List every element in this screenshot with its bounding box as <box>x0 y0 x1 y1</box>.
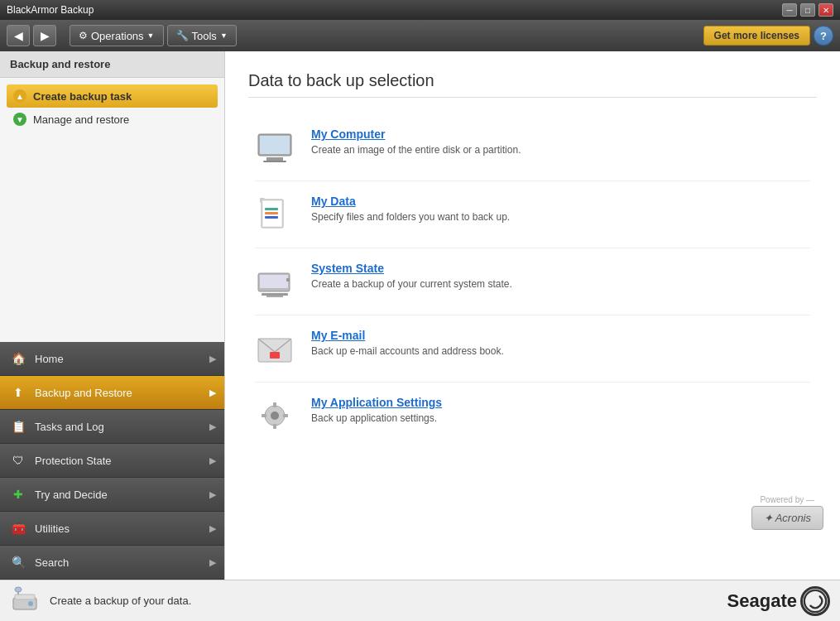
seagate-label: Seagate <box>727 590 797 612</box>
sidebar-item-tasks-log[interactable]: 📋 Tasks and Log ▶ <box>0 410 224 444</box>
operations-chevron-icon: ▼ <box>147 31 155 40</box>
sidebar-item-try-decide[interactable]: ✚ Try and Decide ▶ <box>0 478 224 512</box>
tools-icon: 🔧 <box>176 30 189 41</box>
tasks-log-label: Tasks and Log <box>35 421 104 433</box>
svg-rect-13 <box>262 293 288 296</box>
try-decide-label: Try and Decide <box>35 489 108 501</box>
manage-restore-label: Manage and restore <box>33 113 129 126</box>
my-data-option[interactable]: My Data Specify files and folders you wa… <box>248 181 817 248</box>
title-bar: BlackArmor Backup ─ □ ✕ <box>0 0 840 20</box>
tools-chevron-icon: ▼ <box>220 31 228 40</box>
my-email-text: My E-mail Back up e-mail accounts and ad… <box>311 329 504 357</box>
sidebar-section-title: Backup and restore <box>0 51 224 78</box>
my-data-desc: Specify files and folders you want to ba… <box>311 211 510 223</box>
back-button[interactable]: ◀ <box>7 25 30 46</box>
my-data-icon <box>255 195 295 234</box>
operations-icon: ⚙ <box>79 30 88 41</box>
backup-restore-icon: ⬆ <box>10 384 26 401</box>
utilities-icon: 🧰 <box>10 520 26 537</box>
home-label: Home <box>35 353 64 365</box>
operations-menu[interactable]: ⚙ Operations ▼ <box>70 25 164 46</box>
my-email-option[interactable]: My E-mail Back up e-mail accounts and ad… <box>248 315 817 382</box>
svg-rect-8 <box>265 216 278 219</box>
page-title: Data to back up selection <box>248 71 817 98</box>
home-chevron-icon: ▶ <box>209 354 216 364</box>
acronis-logo: ✦ Acronis <box>751 506 823 530</box>
sidebar-item-home[interactable]: 🏠 Home ▶ <box>0 342 224 376</box>
app-settings-icon <box>255 396 295 436</box>
search-chevron-icon: ▶ <box>209 557 216 568</box>
my-computer-desc: Create an image of the entire disk or a … <box>311 144 521 156</box>
operations-label: Operations <box>91 30 144 42</box>
main-layout: Backup and restore ▲ Create backup task … <box>0 51 840 580</box>
system-state-label[interactable]: System State <box>311 262 512 275</box>
nav-items: 🏠 Home ▶ ⬆ Backup and Restore ▶ 📋 Tasks … <box>0 342 224 580</box>
sidebar-actions: ▲ Create backup task ▼ Manage and restor… <box>0 78 224 342</box>
tasks-log-icon: 📋 <box>10 418 26 435</box>
system-state-icon <box>255 262 295 301</box>
tasks-log-chevron-icon: ▶ <box>209 421 216 432</box>
my-email-icon <box>255 329 295 368</box>
svg-rect-21 <box>262 414 266 417</box>
system-state-option[interactable]: System State Create a backup of your cur… <box>248 248 817 315</box>
my-data-text: My Data Specify files and folders you wa… <box>311 195 510 223</box>
svg-rect-12 <box>286 278 290 282</box>
app-settings-option[interactable]: My Application Settings Back up applicat… <box>248 383 817 449</box>
svg-rect-2 <box>266 157 283 161</box>
system-state-desc: Create a backup of your current system s… <box>311 278 512 290</box>
sidebar-item-utilities[interactable]: 🧰 Utilities ▶ <box>0 512 224 546</box>
my-computer-option[interactable]: My Computer Create an image of the entir… <box>248 114 817 181</box>
app-settings-label[interactable]: My Application Settings <box>311 396 442 409</box>
my-email-label[interactable]: My E-mail <box>311 329 504 342</box>
status-drive-icon <box>10 586 40 616</box>
svg-rect-11 <box>260 275 288 288</box>
search-label: Search <box>35 556 69 569</box>
window-title: BlackArmor Backup <box>7 4 94 16</box>
protection-state-label: Protection State <box>35 455 112 467</box>
my-computer-text: My Computer Create an image of the entir… <box>311 128 521 156</box>
sidebar-item-protection-state[interactable]: 🛡 Protection State ▶ <box>0 444 224 478</box>
backup-restore-chevron-icon: ▶ <box>209 388 216 398</box>
create-backup-action[interactable]: ▲ Create backup task <box>7 84 218 108</box>
window-controls: ─ □ ✕ <box>782 3 833 17</box>
get-licenses-button[interactable]: Get more licenses <box>703 26 810 46</box>
my-computer-icon <box>255 128 295 167</box>
home-icon: 🏠 <box>10 350 26 367</box>
svg-rect-20 <box>273 424 276 429</box>
minimize-button[interactable]: ─ <box>782 3 797 17</box>
svg-rect-14 <box>266 296 283 297</box>
utilities-label: Utilities <box>35 522 70 535</box>
seagate-logo: Seagate <box>727 586 830 616</box>
sidebar: Backup and restore ▲ Create backup task … <box>0 51 225 580</box>
svg-rect-1 <box>260 136 290 154</box>
svg-rect-25 <box>15 595 35 599</box>
my-computer-label[interactable]: My Computer <box>311 128 521 141</box>
try-decide-icon: ✚ <box>10 486 26 503</box>
svg-rect-7 <box>265 212 278 214</box>
sidebar-item-backup-restore[interactable]: ⬆ Backup and Restore ▶ <box>0 376 224 410</box>
powered-by-text: Powered by — <box>751 495 823 504</box>
close-button[interactable]: ✕ <box>818 3 833 17</box>
help-button[interactable]: ? <box>814 26 833 46</box>
svg-rect-16 <box>270 352 280 359</box>
tools-menu[interactable]: 🔧 Tools ▼ <box>167 25 237 46</box>
manage-restore-action[interactable]: ▼ Manage and restore <box>7 108 218 131</box>
svg-point-18 <box>271 412 279 420</box>
forward-button[interactable]: ▶ <box>33 25 56 46</box>
manage-restore-icon: ▼ <box>13 113 26 126</box>
utilities-chevron-icon: ▶ <box>209 523 216 534</box>
app-settings-text: My Application Settings Back up applicat… <box>311 396 442 424</box>
system-state-text: System State Create a backup of your cur… <box>311 262 512 290</box>
content-area: Data to back up selection My Computer Cr… <box>225 51 840 580</box>
status-bar: Create a backup of your data. Seagate <box>0 580 840 621</box>
status-text: Create a backup of your data. <box>50 595 191 607</box>
my-data-label[interactable]: My Data <box>311 195 510 208</box>
svg-point-24 <box>28 601 33 606</box>
acronis-badge: Powered by — ✦ Acronis <box>751 495 823 530</box>
svg-rect-19 <box>273 402 276 407</box>
sidebar-item-search[interactable]: 🔍 Search ▶ <box>0 546 224 580</box>
protection-state-chevron-icon: ▶ <box>209 455 216 466</box>
app-settings-desc: Back up application settings. <box>311 412 442 424</box>
maximize-button[interactable]: □ <box>800 3 815 17</box>
tools-label: Tools <box>192 30 217 42</box>
